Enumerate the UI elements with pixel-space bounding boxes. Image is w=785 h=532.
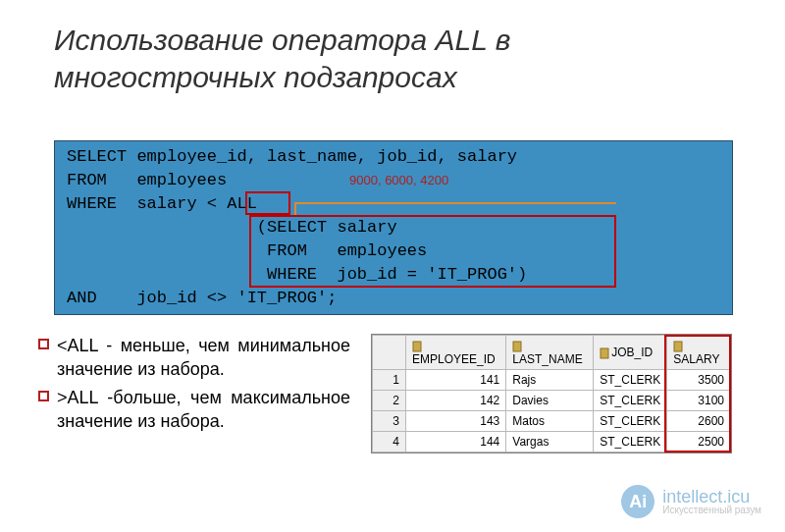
sql-line: FROM employees (67, 171, 227, 189)
sql-line: FROM employees (67, 241, 427, 260)
cell-employee-id: 142 (406, 391, 506, 411)
cell-salary: 3500 (667, 370, 731, 391)
column-icon (412, 341, 422, 352)
cell-rownum: 3 (373, 411, 406, 432)
cell-last-name: Rajs (506, 370, 594, 391)
sql-code-box: SELECT employee_id, last_name, job_id, s… (54, 140, 733, 315)
cell-last-name: Davies (506, 391, 594, 411)
column-icon (512, 341, 522, 352)
result-table: EMPLOYEE_ID LAST_NAME JOB_ID SALARY (372, 335, 731, 452)
watermark: Ai intellect.icu Искусственный разум (621, 485, 761, 518)
sql-line: SELECT employee_id, last_name, job_id, s… (67, 147, 517, 166)
cell-salary: 2600 (667, 411, 731, 432)
cell-employee-id: 143 (406, 411, 506, 432)
svg-rect-1 (513, 342, 521, 351)
note-text: <ALL - меньше, чем минимальное значение … (57, 334, 350, 382)
col-employee-id: EMPLOYEE_ID (406, 336, 506, 370)
svg-rect-3 (674, 342, 682, 351)
values-annotation: 9000, 6000, 4200 (349, 173, 448, 187)
cell-job-id: ST_CLERK (594, 370, 667, 391)
result-grid: EMPLOYEE_ID LAST_NAME JOB_ID SALARY (371, 334, 732, 453)
cell-rownum: 2 (373, 391, 406, 411)
cell-salary: 3100 (667, 391, 731, 411)
notes-list: <ALL - меньше, чем минимальное значение … (38, 334, 350, 437)
col-salary: SALARY (667, 336, 731, 370)
sql-line: AND job_id <> 'IT_PROG'; (67, 289, 337, 307)
cell-employee-id: 141 (406, 370, 506, 391)
bullet-icon (38, 391, 49, 401)
svg-rect-0 (413, 342, 421, 351)
cell-rownum: 4 (373, 432, 406, 452)
cell-last-name: Matos (506, 411, 594, 432)
cell-salary: 2500 (667, 432, 731, 452)
note-text: >ALL -больше, чем максимальное значение … (57, 386, 350, 434)
table-row: 1 141 Rajs ST_CLERK 3500 (373, 370, 731, 391)
cell-employee-id: 144 (406, 432, 506, 452)
cell-last-name: Vargas (506, 432, 594, 452)
sql-line: (SELECT salary (67, 218, 397, 237)
slide-page: Использование оператора ALL в многостроч… (0, 0, 785, 532)
cell-job-id: ST_CLERK (594, 432, 667, 452)
connector-line (294, 202, 296, 217)
table-row: 2 142 Davies ST_CLERK 3100 (373, 391, 731, 411)
table-header-row: EMPLOYEE_ID LAST_NAME JOB_ID SALARY (373, 336, 731, 370)
watermark-title: intellect.icu (662, 488, 761, 505)
table-row: 4 144 Vargas ST_CLERK 2500 (373, 432, 731, 452)
sql-line: WHERE job_id = 'IT_PROG') (67, 265, 527, 284)
col-last-name: LAST_NAME (506, 336, 594, 370)
svg-rect-2 (601, 348, 608, 358)
cell-job-id: ST_CLERK (594, 411, 667, 432)
watermark-logo-icon: Ai (621, 485, 654, 518)
cell-rownum: 1 (373, 370, 406, 391)
list-item: >ALL -больше, чем максимальное значение … (38, 386, 350, 434)
column-icon (673, 341, 683, 352)
sql-line: WHERE salary < ALL (67, 194, 257, 213)
connector-line (294, 202, 616, 204)
column-icon (600, 347, 609, 359)
bullet-icon (38, 339, 49, 349)
col-rownum (373, 336, 406, 370)
col-job-id: JOB_ID (594, 336, 667, 370)
table-row: 3 143 Matos ST_CLERK 2600 (373, 411, 731, 432)
cell-job-id: ST_CLERK (594, 391, 667, 411)
watermark-subtitle: Искусственный разум (662, 505, 761, 515)
list-item: <ALL - меньше, чем минимальное значение … (38, 334, 350, 382)
slide-title: Использование оператора ALL в многостроч… (54, 22, 682, 95)
